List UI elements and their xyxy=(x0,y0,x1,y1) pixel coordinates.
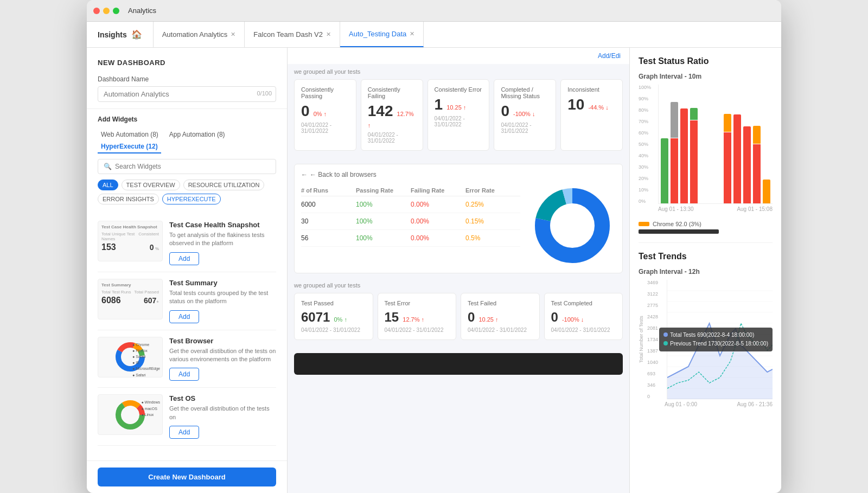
chart-tooltip: Total Tests 690(2022-8-4 18:00:00) Previ… xyxy=(659,328,773,351)
add-edit-link[interactable]: Add/Edi xyxy=(598,52,621,60)
y-label: 50% xyxy=(639,142,656,147)
trends-title: Test Trends xyxy=(639,252,773,261)
browser-section: ← ← Back to all browsers # of Runs Passi… xyxy=(294,164,623,273)
dashboard-name-input[interactable] xyxy=(98,86,276,102)
widget-preview-browser: ● Chrome● Firefox● Safari● IE● Microsoft… xyxy=(98,337,163,377)
char-count: 0/100 xyxy=(257,90,272,97)
y-label: 1040 xyxy=(647,360,665,365)
y-label: 70% xyxy=(639,119,656,124)
tab-close-icon[interactable]: ✕ xyxy=(231,31,235,38)
y-axis-label: Total Number of Tests xyxy=(639,280,645,399)
back-arrow-icon: ← xyxy=(301,171,308,178)
widget-info-summary: Test Summary Total tests counts grouped … xyxy=(169,279,276,323)
dashboard-area: Add/Edi we grouped all your tests Consis… xyxy=(288,48,629,375)
main-layout: NEW DASHBOARD Dashboard Name 0/100 Add W… xyxy=(87,48,781,493)
widget-card-os: ● Windows● macOS● Linux Test OS Get the … xyxy=(98,388,276,446)
browser-layout: # of Runs Passing Rate Failing Rate Erro… xyxy=(301,185,616,266)
section-label-top: we grouped all your tests xyxy=(294,68,623,75)
bottom-stats-row: Test Passed 6071 0% ↑ 04/01/2022 - 31/01… xyxy=(294,293,623,340)
widget-preview-os: ● Windows● macOS● Linux xyxy=(98,394,163,435)
tab-insights[interactable]: Insights 🏠 xyxy=(87,22,154,47)
search-widgets-bar: 🔍 xyxy=(98,159,276,174)
filter-all[interactable]: ALL xyxy=(98,180,118,190)
back-to-browsers-button[interactable]: ← ← Back to all browsers xyxy=(301,171,616,178)
sidebar-header: NEW DASHBOARD Dashboard Name 0/100 xyxy=(87,48,287,109)
stat-completed-missing: Completed / Missing Status 0 -100% ↓ 04/… xyxy=(494,79,556,151)
tabbar: Insights 🏠 Automation Analytics ✕ Falcon… xyxy=(87,22,781,48)
table-row: 56 100% 0.00% 0.5% xyxy=(301,230,520,247)
chart-divider xyxy=(639,242,773,243)
add-health-snapshot-button[interactable]: Add xyxy=(169,252,199,265)
table-header: # of Runs Passing Rate Failing Rate Erro… xyxy=(301,185,520,196)
tab-falcon-team[interactable]: Falcon Team Dash V2 ✕ xyxy=(245,22,340,47)
traffic-lights xyxy=(93,8,119,14)
create-new-dashboard-button[interactable]: Create New Dashboard xyxy=(98,468,276,486)
stat-consistently-failing: Consistently Failing 142 12.7% ↑ 04/01/2… xyxy=(361,79,423,151)
y-label: 3122 xyxy=(647,291,665,297)
y-label: 3469 xyxy=(647,280,665,285)
tab-auto-testing[interactable]: Auto_Testing Data ✕ xyxy=(340,22,424,47)
y-label: 60% xyxy=(639,130,656,136)
y-label: 0 xyxy=(647,394,665,399)
widget-name-os: Test OS xyxy=(169,394,276,402)
bar-chart xyxy=(658,85,773,204)
bottom-stats-section: we grouped all your tests Test Passed 60… xyxy=(288,278,629,349)
legend-item-chrome: Chrome 92.0 (3%) xyxy=(639,221,773,227)
tab-close-active-icon[interactable]: ✕ xyxy=(410,30,414,37)
widget-desc-os: Get the overall distribution of the test… xyxy=(169,405,276,421)
stat-test-failed: Test Failed 0 10.25 ↑ 04/01/2022 - 31/01… xyxy=(461,293,540,340)
widget-type-tabs: Web Automation (8) App Automation (8) Hy… xyxy=(98,129,276,153)
sidebar-footer: Create New Dashboard xyxy=(87,460,287,493)
add-summary-button[interactable]: Add xyxy=(169,310,199,323)
legend-bar-dark xyxy=(639,229,719,234)
status-ratio-title: Test Status Ratio xyxy=(639,56,773,66)
widget-name-browser: Test Browser xyxy=(169,337,276,345)
titlebar: Analytics xyxy=(87,0,781,22)
search-widgets-input[interactable] xyxy=(115,163,270,170)
search-icon: 🔍 xyxy=(104,163,112,170)
y-label: 10% xyxy=(639,187,656,193)
y-label: 90% xyxy=(639,96,656,101)
sidebar: NEW DASHBOARD Dashboard Name 0/100 Add W… xyxy=(87,48,288,493)
filter-hyperexecute[interactable]: HYPEREXECUTE xyxy=(162,194,221,204)
y-label: 40% xyxy=(639,153,656,158)
x-axis-labels: Aug 01 - 13:30 Aug 01 - 15:08 xyxy=(639,206,773,212)
add-edit-bar: Add/Edi xyxy=(288,48,629,64)
y-label: 0% xyxy=(639,199,656,204)
widget-desc-health: To get analysis of the flakiness tests o… xyxy=(169,231,276,248)
stat-test-passed: Test Passed 6071 0% ↑ 04/01/2022 - 31/01… xyxy=(294,293,373,340)
top-stats-section: we grouped all your tests Consistently P… xyxy=(288,64,629,159)
trends-interval: Graph Interval - 12h xyxy=(639,268,773,276)
filter-resource-utilization[interactable]: RESOURCE UTILIZATION xyxy=(183,180,265,190)
tab-web-automation[interactable]: Web Automation (8) xyxy=(98,129,162,140)
stat-test-error: Test Error 15 12.7% ↑ 04/01/2022 - 31/01… xyxy=(378,293,457,340)
browser-table: # of Runs Passing Rate Failing Rate Erro… xyxy=(301,185,520,266)
dashboard-name-label: Dashboard Name xyxy=(98,75,276,83)
filter-error-insights[interactable]: ERROR INSIGHTS xyxy=(98,194,159,204)
window-title: Analytics xyxy=(128,7,156,15)
widget-info-browser: Test Browser Get the overall distibution… xyxy=(169,337,276,381)
widget-info-health: Test Case Health Snapshot To get analysi… xyxy=(169,221,276,265)
y-label: 693 xyxy=(647,371,665,376)
widget-desc-browser: Get the overall distibution of the tests… xyxy=(169,347,276,364)
widget-desc-summary: Total tests counts grouped by the test s… xyxy=(169,289,276,306)
add-browser-button[interactable]: Add xyxy=(169,368,199,381)
trends-x-labels: Aug 01 - 0:00 Aug 06 - 21:36 xyxy=(639,401,773,407)
stat-test-completed: Test Completed 0 -100% ↓ 04/01/2022 - 31… xyxy=(544,293,623,340)
home-icon[interactable]: 🏠 xyxy=(131,29,142,40)
stat-consistently-passing: Consistently Passing 0 0% ↑ 04/01/2022 -… xyxy=(294,79,356,151)
bar-chart-wrap: 100% 90% 80% 70% 60% 50% 40% 30% 20% 10%… xyxy=(639,85,773,212)
minimize-button[interactable] xyxy=(103,8,110,14)
close-button[interactable] xyxy=(93,8,100,14)
tab-app-automation[interactable]: App Automation (8) xyxy=(166,129,228,140)
maximize-button[interactable] xyxy=(113,8,119,14)
widget-card-browser: ● Chrome● Firefox● Safari● IE● Microsoft… xyxy=(98,330,276,388)
add-widgets-section: Add Widgets Web Automation (8) App Autom… xyxy=(87,109,287,210)
stat-consistently-error: Consistently Error 1 10.25 ↑ 04/01/2022 … xyxy=(427,79,490,151)
add-os-button[interactable]: Add xyxy=(169,426,199,439)
tab-automation-analytics[interactable]: Automation Analytics ✕ xyxy=(154,22,245,47)
tab-close-icon[interactable]: ✕ xyxy=(326,31,331,38)
y-label: 2428 xyxy=(647,314,665,319)
tab-hyperexecute[interactable]: HyperExecute (12) xyxy=(98,140,161,153)
filter-test-overview[interactable]: TEST OVERVIEW xyxy=(122,180,180,190)
